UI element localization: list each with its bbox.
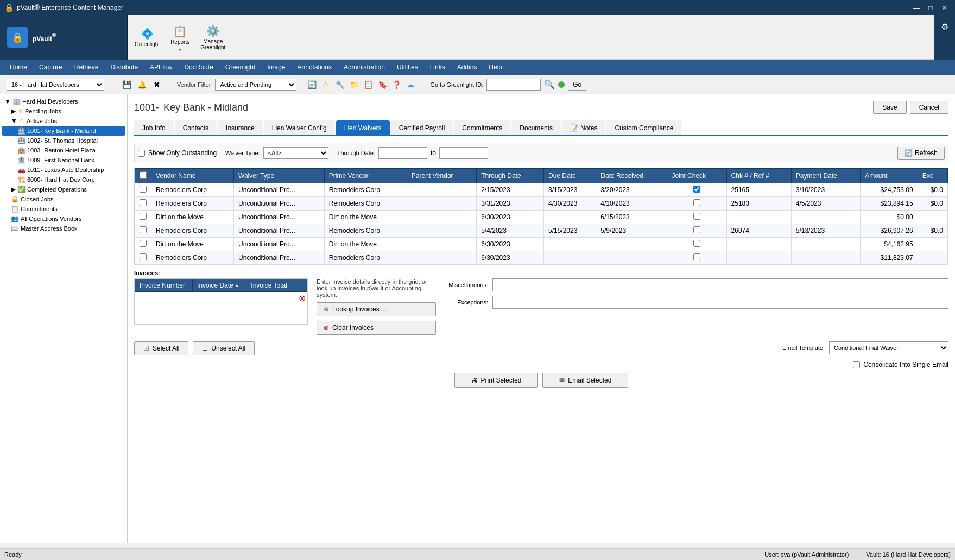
company-selector[interactable]: 16 - Hard Hat Developers [7,79,104,91]
tree-item-completed[interactable]: ▶ ✅ Completed Operations [2,184,125,194]
tree-item-job-6000[interactable]: 🏗️ 6000- Hard Hat Dev Corp [2,175,125,184]
col-exc[interactable]: Exc [918,169,947,183]
close-button[interactable]: ✕ [938,3,951,13]
row-checkbox-1[interactable] [140,199,147,206]
clear-invoices-button[interactable]: ⊗ Clear Invoices [317,321,436,335]
tab-commitments[interactable]: Commitments [454,120,510,135]
tab-contacts[interactable]: Contacts [175,120,217,135]
row-checkbox-4[interactable] [140,240,147,247]
tree-item-active-jobs[interactable]: ▼ ⚠ Active Jobs [2,116,125,126]
menu-capture[interactable]: Capture [34,61,68,73]
through-date-to-input[interactable] [439,147,488,159]
invoice-col-date[interactable]: Invoice Date ▲ [193,279,246,292]
tab-custom-compliance[interactable]: Custom Compliance [606,120,681,135]
col-prime-vendor[interactable]: Prime Vendor [324,169,407,183]
miscellaneous-input[interactable] [492,278,948,291]
clear-quick-button[interactable]: ✖ [150,78,163,91]
col-parent-vendor[interactable]: Parent Vendor [407,169,476,183]
menu-greenlight[interactable]: Greenlight [220,61,261,73]
folder-icon-btn[interactable]: 📁 [347,78,361,91]
email-selected-button[interactable]: ✉ Email Selected [542,373,628,388]
invoice-col-total[interactable]: Invoice Total [246,279,294,292]
joint-check-2[interactable] [693,213,700,220]
alert-quick-button[interactable]: 🔔 [135,78,148,91]
manage-greenlight-ribbon-button[interactable]: ⚙️ Manage Greenlight [195,22,230,53]
menu-distribute[interactable]: Distribute [105,61,143,73]
joint-check-3[interactable] [693,226,700,233]
tree-item-job-1002[interactable]: 🏥 1002- St. Thomas Hospital [2,136,125,145]
col-date-received[interactable]: Date Received [596,169,667,183]
invoice-col-number[interactable]: Invoice Number [135,279,193,292]
tab-documents[interactable]: Documents [511,120,561,135]
tree-item-closed[interactable]: 🔒 Closed Jobs [2,194,125,204]
consolidate-checkbox[interactable] [853,361,860,368]
col-joint-check[interactable]: Joint Check [667,169,726,183]
lookup-invoices-button[interactable]: ⊕ Lookup Invoices ... [317,302,436,316]
joint-check-1[interactable] [693,199,700,206]
tab-lien-waivers[interactable]: Lien Waivers [336,120,390,135]
tree-item-all-vendors[interactable]: 👥 All Operations Vendors [2,214,125,224]
row-checkbox-2[interactable] [140,213,147,220]
menu-help[interactable]: Help [483,61,508,73]
cancel-button[interactable]: Cancel [910,101,948,114]
tab-insurance[interactable]: Insurance [218,120,263,135]
row-checkbox-5[interactable] [140,253,147,260]
tab-lien-waiver-config[interactable]: Lien Waiver Config [264,120,335,135]
menu-administration[interactable]: Administration [338,61,390,73]
cloud-icon-btn[interactable]: ☁ [404,78,417,91]
menu-retrieve[interactable]: Retrieve [69,61,104,73]
joint-check-0[interactable] [693,186,700,193]
joint-check-5[interactable] [693,253,700,260]
col-through-date[interactable]: Through Date [477,169,544,183]
search-icon[interactable]: 🔍 [544,79,555,90]
bookmark-icon-btn[interactable]: 🔖 [376,78,389,91]
save-quick-button[interactable]: 💾 [120,78,133,91]
menu-apflow[interactable]: APFlow [144,61,178,73]
wrench-icon-btn[interactable]: 🔧 [333,78,346,91]
clipboard-icon-btn[interactable]: 📋 [362,78,375,91]
invoice-delete-button[interactable]: ⊗ [299,293,306,303]
col-due-date[interactable]: Due Date [543,169,596,183]
tab-certified-payroll[interactable]: Certified Payroll [391,120,453,135]
show-outstanding-checkbox[interactable] [138,150,145,157]
help-icon-btn[interactable]: ❓ [390,78,403,91]
waiver-type-select[interactable]: <All> Conditional Unconditional [263,147,328,159]
settings-button[interactable]: ⚙ [939,20,951,34]
save-button[interactable]: Save [873,101,906,114]
unselect-all-button[interactable]: ☐ Unselect All [193,341,255,355]
menu-links[interactable]: Links [425,61,451,73]
col-vendor-name[interactable]: Vendor Name [151,169,234,183]
exceptions-input[interactable] [492,296,948,309]
col-waiver-type[interactable]: Waiver Type [234,169,325,183]
minimize-button[interactable]: — [909,3,923,13]
tree-item-master-address[interactable]: 📖 Master Address Book [2,224,125,233]
menu-annotations[interactable]: Annotations [292,61,337,73]
menu-image[interactable]: Image [262,61,290,73]
tree-item-job-1001[interactable]: 🏦 1001- Key Bank - Midland [2,126,125,136]
through-date-from-input[interactable] [378,147,427,159]
select-all-button[interactable]: ☑ Select All [134,341,188,355]
greenlight-ribbon-button[interactable]: 💠 Greenlight [130,24,165,50]
go-button[interactable]: Go [568,79,586,91]
goto-input[interactable] [486,79,541,91]
warning-icon-btn[interactable]: ⚠ [319,78,332,91]
tree-item-job-1003[interactable]: 🏨 1003- Renton Hotel Plaza [2,145,125,155]
tree-item-pending-jobs[interactable]: ▶ ⚠ Pending Jobs [2,106,125,116]
row-checkbox-3[interactable] [140,226,147,233]
col-payment-date[interactable]: Payment Date [791,169,860,183]
refresh-icon-btn[interactable]: 🔄 [305,78,318,91]
col-amount[interactable]: Amount [861,169,918,183]
joint-check-4[interactable] [693,240,700,247]
menu-addins[interactable]: Addins [452,61,483,73]
row-checkbox-0[interactable] [140,186,147,193]
reports-ribbon-button[interactable]: 📋 Reports [166,22,194,48]
menu-docroute[interactable]: DocRoute [179,61,218,73]
col-chk-ref[interactable]: Chk # / Ref # [726,169,791,183]
maximize-button[interactable]: □ [925,3,936,13]
menu-home[interactable]: Home [4,61,33,73]
tree-item-hard-hat[interactable]: ▼ 🏢 Hard Hat Developers [2,97,125,106]
refresh-button[interactable]: 🔄 Refresh [897,147,945,160]
tab-job-info[interactable]: Job Info [134,120,174,135]
tree-item-commitments[interactable]: 📋 Commitments [2,204,125,214]
tab-notes[interactable]: 📝 Notes [562,120,605,135]
